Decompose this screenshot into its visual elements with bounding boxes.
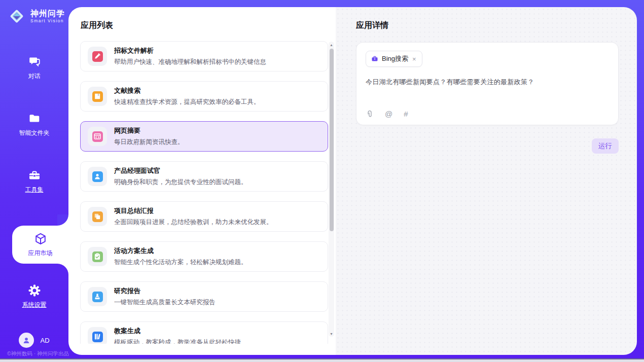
interviewer-icon [92, 171, 103, 182]
bubble-curve-top [57, 214, 68, 226]
sidebar-item-market[interactable]: 应用市场 [12, 226, 68, 264]
attachment-icon[interactable] [366, 110, 374, 118]
account-button[interactable]: AD [0, 333, 68, 348]
app-card-6[interactable]: 研究报告 一键智能生成高质量长文本研究报告 [80, 281, 328, 312]
question-input[interactable]: 今日湖北有哪些新闻要点？有哪些需要关注的最新政策？ [366, 78, 609, 87]
app-list-scrollbar[interactable]: ▲ ▼ [329, 42, 334, 337]
app-list-title: 应用列表 [68, 7, 336, 38]
app-name: 文献搜索 [114, 86, 260, 95]
close-icon[interactable]: × [412, 56, 417, 62]
briefcase-icon [371, 55, 378, 62]
folder-icon [28, 112, 41, 125]
app-card-2[interactable]: 网页摘要 每日政府新闻资讯快查。 [80, 121, 328, 152]
app-name: 网页摘要 [114, 126, 184, 135]
app-card-0[interactable]: 招标文件解析 帮助用户快速、准确地理解和解析招标书中的关键信息 [80, 41, 328, 71]
gear-icon [28, 284, 41, 297]
input-toolbar: @ # [366, 110, 408, 118]
app-name: 活动方案生成 [114, 246, 247, 256]
app-name: 产品经理面试官 [114, 166, 247, 175]
hash-icon[interactable]: # [404, 110, 408, 118]
sidebar-item-folders[interactable]: 智能文件夹 [0, 112, 68, 137]
app-description: 一键智能生成高质量长文本研究报告 [114, 298, 216, 307]
brand-subtitle: Smart Vision [30, 18, 65, 23]
cube-icon [34, 232, 47, 245]
chat-icon [28, 55, 41, 68]
app-detail-title: 应用详情 [356, 20, 619, 31]
app-name: 教案生成 [114, 327, 241, 336]
avatar [19, 333, 34, 348]
app-list: 招标文件解析 帮助用户快速、准确地理解和解析招标书中的关键信息 文献搜索 快速精… [68, 38, 336, 344]
clipboard-check-icon [92, 251, 103, 262]
app-description: 模板驱动，教案秒成，教学准备从此轻松快捷 [114, 338, 241, 344]
copyright-footer: ©神州数码 · 神州问学出品 [0, 350, 81, 357]
app-card-1[interactable]: 文献搜索 快速精准查找学术资源，提高研究效率的必备工具。 [80, 81, 328, 112]
brand-name: 神州问学 [30, 9, 65, 18]
person-icon [22, 336, 31, 345]
app-description: 每日政府新闻资讯快查。 [114, 138, 184, 147]
scroll-up-icon[interactable]: ▲ [329, 42, 334, 48]
account-initials: AD [40, 337, 49, 344]
sidebar-nav: 对话 智能文件夹 工具集 应用市场 系统设置 [0, 55, 68, 341]
app-logo: 神州问学 Smart Vision [0, 0, 68, 26]
notes-icon [92, 211, 103, 222]
app-description: 快速精准查找学术资源，提高研究效率的必备工具。 [114, 98, 260, 106]
app-card-3[interactable]: 产品经理面试官 明确身份和职责，为您提供专业性的面试问题。 [80, 161, 328, 192]
tool-tag-label: Bing搜索 [382, 54, 408, 63]
run-row: 运行 [356, 138, 619, 154]
app-description: 明确身份和职责，为您提供专业性的面试问题。 [114, 178, 247, 187]
sidebar-item-settings[interactable]: 系统设置 [0, 284, 68, 309]
app-card-7[interactable]: 教案生成 模板驱动，教案秒成，教学准备从此轻松快捷 [80, 321, 328, 344]
books-icon [92, 332, 103, 342]
app-list-panel: 应用列表 招标文件解析 帮助用户快速、准确地理解和解析招标书中的关键信息 文献搜… [68, 7, 336, 355]
bubble-curve-bottom [57, 264, 68, 275]
app-description: 智能生成个性化活动方案，轻松解决规划难题。 [114, 258, 247, 267]
app-name: 研究报告 [114, 286, 216, 296]
app-card-4[interactable]: 项目总结汇报 全面回顾项目进展，总结经验教训，助力未来优化发展。 [80, 201, 328, 232]
app-detail-panel: 应用详情 Bing搜索 × 今日湖北有哪些新闻要点？有哪些需要关注的最新政策？ … [336, 7, 637, 355]
sidebar-item-chat[interactable]: 对话 [0, 55, 68, 81]
app-name: 项目总结汇报 [114, 206, 273, 215]
mention-icon[interactable]: @ [385, 110, 392, 118]
window-edge-light [0, 359, 644, 362]
app-description: 帮助用户快速、准确地理解和解析招标书中的关键信息 [114, 58, 266, 66]
logo-diamond-icon [7, 7, 26, 26]
main-content: 应用列表 招标文件解析 帮助用户快速、准确地理解和解析招标书中的关键信息 文献搜… [68, 7, 637, 355]
scrollbar-thumb[interactable] [330, 49, 334, 231]
sidebar-item-tools[interactable]: 工具集 [0, 169, 68, 194]
app-description: 全面回顾项目进展，总结经验教训，助力未来优化发展。 [114, 218, 273, 227]
prompt-card[interactable]: Bing搜索 × 今日湖北有哪些新闻要点？有哪些需要关注的最新政策？ @ # [356, 42, 619, 125]
tool-tag-bing-search[interactable]: Bing搜索 × [366, 51, 422, 67]
scroll-down-icon[interactable]: ▼ [329, 331, 334, 337]
report-icon [92, 292, 103, 302]
sidebar: 神州问学 Smart Vision 对话 智能文件夹 工具集 应用市场 系统设置… [0, 0, 68, 362]
document-edit-icon [92, 51, 103, 62]
app-card-5[interactable]: 活动方案生成 智能生成个性化活动方案，轻松解决规划难题。 [80, 241, 328, 272]
book-icon [92, 91, 103, 102]
run-button[interactable]: 运行 [592, 138, 619, 154]
app-name: 招标文件解析 [114, 46, 266, 55]
webpage-code-icon [92, 131, 103, 142]
toolbox-icon [28, 169, 41, 182]
